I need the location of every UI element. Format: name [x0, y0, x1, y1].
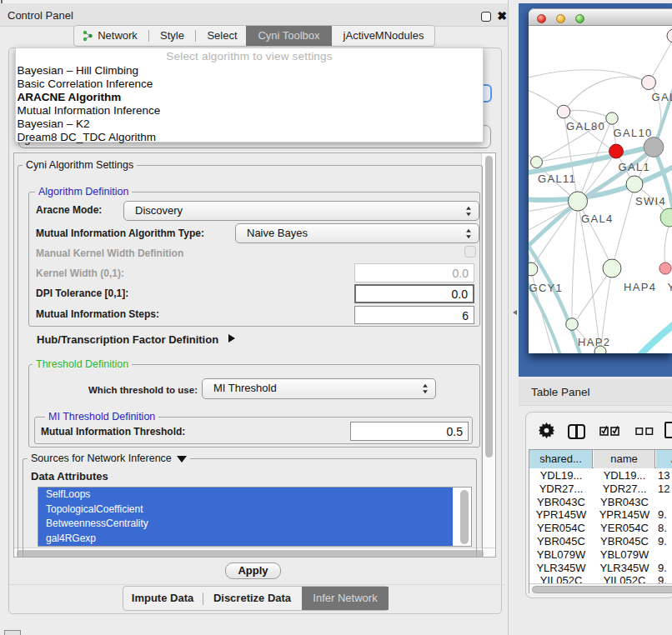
- dpi-tolerance-field[interactable]: 0.0: [354, 284, 474, 303]
- network-node[interactable]: [557, 105, 570, 118]
- partial-button[interactable]: [4, 630, 21, 635]
- tab-network[interactable]: Network: [93, 26, 143, 46]
- float-window-icon[interactable]: [481, 12, 491, 22]
- network-edge[interactable]: [572, 202, 578, 318]
- network-node[interactable]: [529, 262, 538, 276]
- network-node[interactable]: [642, 76, 656, 90]
- network-node-label: GCY1: [529, 282, 564, 294]
- table-cell: YDL19...: [529, 469, 593, 482]
- close-icon[interactable]: ✖: [496, 8, 508, 23]
- apply-button[interactable]: Apply: [225, 562, 281, 579]
- column-header-shared-name[interactable]: shared...: [529, 450, 593, 468]
- network-node-label: GAL10: [614, 127, 653, 139]
- attribute-list-item[interactable]: BetweennessCentrality: [38, 517, 453, 532]
- network-node[interactable]: [531, 157, 543, 168]
- attribute-list-item[interactable]: TopologicalCoefficient: [38, 502, 453, 518]
- network-edge[interactable]: [529, 70, 649, 82]
- network-edge[interactable]: [578, 202, 609, 260]
- network-node[interactable]: [606, 112, 618, 124]
- tab-discretize-data[interactable]: Discretize Data: [203, 587, 301, 610]
- selected-value: Discovery: [135, 204, 183, 217]
- algorithm-option[interactable]: ARACNE Algorithm: [18, 91, 481, 104]
- column-header-third[interactable]: A: [656, 450, 672, 468]
- zoom-window-icon[interactable]: [575, 14, 584, 23]
- table-row[interactable]: YBR045CYBR045C9.: [529, 535, 672, 548]
- network-node[interactable]: [659, 262, 671, 274]
- network-node[interactable]: [660, 208, 672, 227]
- algorithm-dropdown-popup: Select algorithm to view settings Bayesi…: [15, 48, 484, 142]
- document-icon[interactable]: [664, 422, 672, 438]
- table-row[interactable]: YIL052CYIL052C9.: [529, 574, 672, 583]
- which-threshold-select[interactable]: MI Threshold: [202, 378, 436, 399]
- which-threshold-label: Which threshold to use:: [88, 385, 198, 395]
- algorithm-option[interactable]: Basic Correlation Inference: [18, 78, 481, 91]
- collapsed-arrow-icon[interactable]: [228, 333, 236, 343]
- combo-arrows-icon: [465, 228, 472, 240]
- network-edge[interactable]: [664, 223, 669, 268]
- control-panel-titlebar: [0, 4, 515, 27]
- table-row[interactable]: YDL19...YDL19...13: [529, 469, 672, 482]
- split-columns-icon[interactable]: [568, 424, 585, 439]
- algorithm-option[interactable]: Bayesian – K2: [18, 118, 481, 131]
- deselect-all-checkboxes-icon[interactable]: [635, 428, 654, 435]
- network-node-label: GAL4: [581, 212, 613, 225]
- table-row[interactable]: YBR043CYBR043C: [529, 496, 672, 509]
- network-node[interactable]: [568, 192, 587, 211]
- mi-steps-field[interactable]: 6: [354, 306, 474, 324]
- table-row[interactable]: YLR345WYLR345W9.: [529, 562, 672, 575]
- network-edge[interactable]: [612, 192, 633, 268]
- network-node[interactable]: [667, 29, 672, 42]
- kernel-width-label: Kernel Width (0,1):: [36, 268, 124, 279]
- algorithm-option[interactable]: Bayesian – Hill Climbing: [18, 64, 481, 78]
- node-table: shared... name A YDL19...YDL19...13YDR27…: [529, 449, 672, 593]
- algorithm-option[interactable]: Dream8 DC_TDC Algorithm: [18, 131, 481, 144]
- network-node[interactable]: [603, 259, 621, 278]
- mi-threshold-label: Mutual Information Threshold:: [41, 426, 185, 438]
- tab-infer-network[interactable]: Infer Network: [302, 587, 389, 610]
- network-canvas[interactable]: GAL7GAL80GAL10GAL1GAL11GAL4SWI4GCY1HAP4Y…: [529, 27, 672, 353]
- tab-impute-data[interactable]: Impute Data: [123, 587, 202, 610]
- table-cell: YER054C: [529, 522, 593, 535]
- mi-threshold-field[interactable]: 0.5: [350, 422, 469, 441]
- kernel-width-field[interactable]: 0.0: [354, 263, 474, 282]
- tab-jactivemnodules[interactable]: jActiveMNodules: [335, 26, 432, 46]
- data-attributes-list[interactable]: SelfLoopsTopologicalCoefficientBetweenne…: [38, 487, 472, 547]
- manual-kernel-width-checkbox[interactable]: [464, 246, 476, 258]
- field-value: 0.0: [453, 267, 469, 280]
- table-hscrollbar[interactable]: [529, 583, 672, 593]
- tab-select[interactable]: Select: [199, 26, 245, 46]
- attribute-list-item[interactable]: SelfLoops: [38, 488, 453, 502]
- network-node[interactable]: [566, 318, 579, 331]
- vertical-scrollbar-thumb[interactable]: [485, 156, 493, 458]
- network-node-label: GAL1: [619, 161, 650, 173]
- aracne-mode-select[interactable]: Discovery: [123, 201, 479, 221]
- minimize-window-icon[interactable]: [556, 14, 565, 23]
- gear-icon[interactable]: [539, 422, 554, 438]
- table-hscrollbar-thumb[interactable]: [532, 586, 672, 593]
- tab-style[interactable]: Style: [153, 26, 191, 46]
- attribute-list-item[interactable]: gal4RGexp: [38, 532, 453, 547]
- table-row[interactable]: YBL079WYBL079W: [529, 548, 672, 562]
- hub-definition-toggle[interactable]: Hub/Transcription Factor Definition: [37, 333, 218, 346]
- network-edge[interactable]: [639, 323, 672, 353]
- table-row[interactable]: YPR145WYPR145W9.: [529, 508, 672, 522]
- list-scrollbar-thumb[interactable]: [460, 490, 469, 544]
- tab-cyni-toolbox[interactable]: Cyni Toolbox: [246, 26, 332, 46]
- expanded-arrow-icon: [177, 456, 187, 462]
- network-edge[interactable]: [564, 77, 649, 112]
- vertical-scrollbar-track[interactable]: [481, 153, 495, 548]
- column-header-name[interactable]: name: [594, 450, 655, 468]
- close-window-icon[interactable]: [537, 14, 546, 23]
- network-node[interactable]: [644, 138, 664, 158]
- mi-algorithm-type-select[interactable]: Naive Bayes: [235, 223, 479, 243]
- network-edge[interactable]: [601, 268, 612, 346]
- algorithm-option[interactable]: Mutual Information Inference: [18, 104, 481, 118]
- select-all-checkboxes-icon[interactable]: [599, 425, 620, 436]
- network-node[interactable]: [609, 144, 624, 158]
- tab-divider: [195, 30, 196, 42]
- network-node[interactable]: [626, 176, 643, 192]
- table-cell: 9.: [656, 574, 672, 583]
- table-row[interactable]: YER054CYER054C8.: [529, 522, 672, 535]
- splitter-collapse-icon[interactable]: [513, 310, 517, 315]
- table-row[interactable]: YDR27...YDR27...12: [529, 482, 672, 496]
